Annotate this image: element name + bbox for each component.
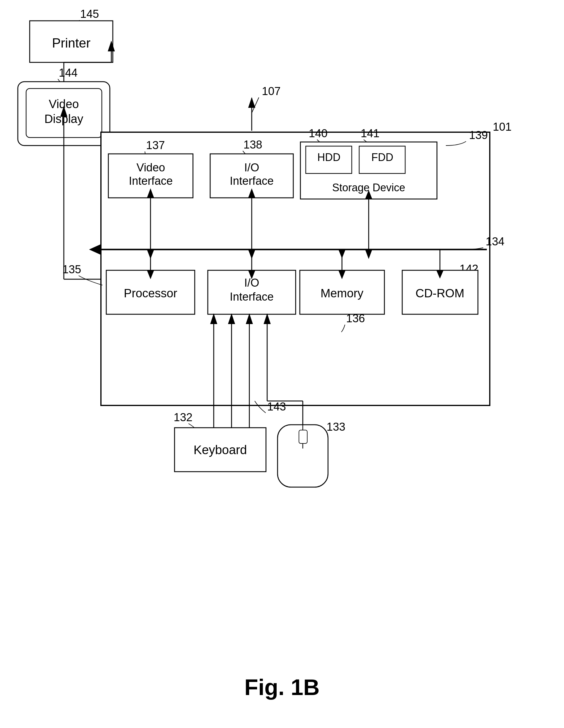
svg-text:133: 133 bbox=[326, 421, 345, 433]
svg-text:CD-ROM: CD-ROM bbox=[415, 287, 464, 300]
svg-text:137: 137 bbox=[146, 139, 165, 151]
svg-text:141: 141 bbox=[361, 127, 379, 140]
svg-text:143: 143 bbox=[267, 400, 286, 413]
svg-text:101: 101 bbox=[493, 121, 511, 133]
svg-text:HDD: HDD bbox=[317, 151, 340, 163]
svg-text:145: 145 bbox=[80, 8, 99, 20]
svg-text:FDD: FDD bbox=[371, 151, 393, 163]
svg-text:Interface: Interface bbox=[129, 175, 173, 187]
svg-text:138: 138 bbox=[244, 138, 262, 151]
svg-text:Video: Video bbox=[137, 161, 165, 174]
svg-text:Interface: Interface bbox=[230, 290, 274, 303]
svg-text:132: 132 bbox=[174, 411, 192, 424]
svg-text:140: 140 bbox=[309, 127, 327, 140]
svg-rect-156 bbox=[299, 430, 307, 443]
svg-text:107: 107 bbox=[262, 85, 281, 97]
svg-text:139: 139 bbox=[469, 129, 488, 141]
fig-label: Fig. 1B bbox=[244, 675, 319, 700]
svg-text:144: 144 bbox=[59, 67, 78, 79]
svg-text:135: 135 bbox=[62, 263, 81, 276]
svg-text:Printer: Printer bbox=[52, 36, 91, 50]
svg-text:Processor: Processor bbox=[124, 287, 177, 300]
svg-text:Interface: Interface bbox=[230, 175, 274, 187]
svg-text:Keyboard: Keyboard bbox=[194, 443, 247, 457]
svg-text:134: 134 bbox=[486, 235, 504, 248]
svg-text:Memory: Memory bbox=[320, 287, 363, 300]
svg-text:I/O: I/O bbox=[244, 161, 260, 174]
